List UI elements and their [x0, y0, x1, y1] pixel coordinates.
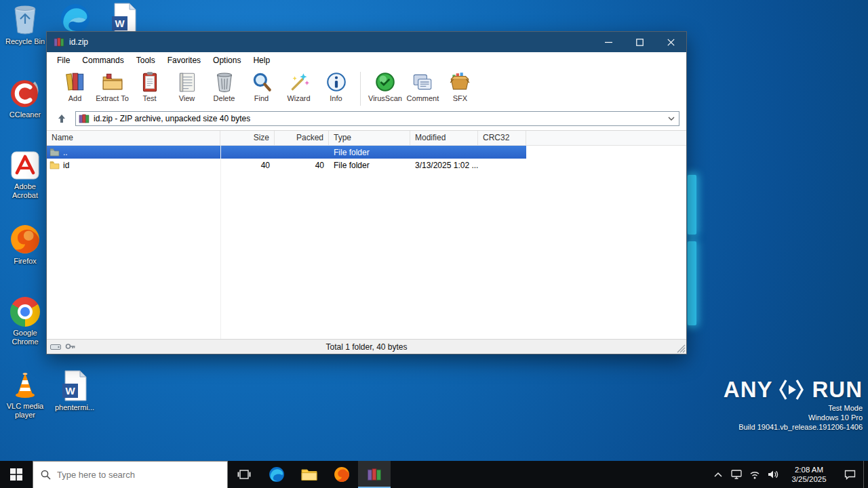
toolbar-find-button[interactable]: Find [243, 70, 280, 102]
tray-display-icon[interactable] [727, 461, 745, 488]
table-row-id-folder[interactable]: id 40 40 File folder 3/13/2025 1:02 ... [47, 159, 526, 171]
cell-type: File folder [329, 161, 410, 170]
desktop-icon-adobe-acrobat[interactable]: Adobe Acrobat [0, 150, 50, 200]
desktop-icon-word-document[interactable]: W [99, 3, 149, 34]
column-header-modified[interactable]: Modified [410, 131, 478, 145]
tray-show-hidden-icons-button[interactable] [709, 461, 727, 488]
toolbar-label: Wizard [287, 94, 310, 102]
toolbar-wizard-button[interactable]: Wizard [280, 70, 317, 102]
chevron-up-icon [714, 472, 722, 477]
svg-text:W: W [115, 18, 125, 29]
desktop-icon-firefox[interactable]: Firefox [0, 224, 50, 266]
search-input[interactable] [57, 470, 220, 480]
resize-grip[interactable] [677, 344, 686, 353]
window-title: id.zip [69, 37, 88, 47]
winrar-titlebar[interactable]: id.zip [47, 32, 686, 52]
column-header-type[interactable]: Type [329, 131, 410, 145]
desktop-icon-vlc[interactable]: VLC media player [0, 370, 50, 420]
taskbar-clock[interactable]: 2:08 AM 3/25/2025 [782, 465, 836, 485]
tray-volume-icon[interactable] [764, 461, 782, 488]
table-row-parent-folder[interactable]: .. File folder [47, 146, 526, 159]
toolbar-label: VirusScan [368, 94, 402, 102]
toolbar-test-button[interactable]: Test [131, 70, 168, 102]
column-header-packed[interactable]: Packed [275, 131, 329, 145]
address-text: id.zip - ZIP archive, unpacked size 40 b… [94, 114, 250, 123]
toolbar-delete-button[interactable]: Delete [205, 70, 243, 102]
desktop-icon-phentermi-doc[interactable]: W phentermi... [50, 370, 100, 412]
toolbar-label: SFX [453, 94, 467, 102]
cell-type: File folder [329, 148, 410, 157]
taskbar-file-explorer-button[interactable] [293, 461, 326, 488]
minimize-button[interactable] [593, 32, 624, 52]
menu-help[interactable]: Help [247, 54, 276, 67]
toolbar-label: Info [330, 94, 342, 102]
adobe-acrobat-icon [10, 150, 40, 180]
start-button[interactable] [0, 461, 33, 488]
show-desktop-button[interactable] [863, 461, 868, 488]
drive-icon[interactable] [50, 343, 61, 351]
menu-commands[interactable]: Commands [76, 54, 130, 67]
anyrun-watermark: ANY RUN Test Mode Windows 10 Pro Build 1… [724, 377, 863, 431]
column-header-name[interactable]: Name [47, 131, 220, 145]
tray-network-icon[interactable] [745, 461, 764, 488]
system-tray: 2:08 AM 3/25/2025 [709, 461, 868, 488]
up-arrow-icon [57, 114, 66, 123]
toolbar-separator [360, 72, 361, 106]
toolbar-add-button[interactable]: Add [56, 70, 94, 102]
windows-logo-icon [10, 468, 22, 481]
clock-date: 3/25/2025 [782, 474, 836, 484]
taskbar-edge-button[interactable] [260, 461, 293, 488]
minimize-icon [605, 39, 612, 46]
address-combo[interactable]: id.zip - ZIP archive, unpacked size 40 b… [75, 111, 679, 126]
desktop-icon-edge[interactable] [50, 3, 100, 34]
up-one-level-button[interactable] [52, 111, 71, 126]
toolbar-sfx-button[interactable]: SFX [441, 70, 479, 102]
desktop-icon-label: CCleaner [9, 110, 41, 119]
taskbar-firefox-button[interactable] [326, 461, 358, 488]
column-header-crc32[interactable]: CRC32 [478, 131, 526, 145]
desktop-icon-recycle-bin[interactable]: Recycle Bin [0, 4, 50, 46]
cell-packed: 40 [275, 161, 329, 170]
virusscan-icon [374, 70, 397, 94]
desktop-icon-label: Adobe Acrobat [1, 182, 49, 200]
menu-tools[interactable]: Tools [130, 54, 161, 67]
toolbar-view-button[interactable]: View [168, 70, 205, 102]
toolbar-extract-to-button[interactable]: Extract To [94, 70, 131, 102]
maximize-button[interactable] [624, 32, 655, 52]
vlc-icon [10, 370, 40, 400]
toolbar-label: Comment [407, 94, 439, 102]
desktop-icon-ccleaner[interactable]: CCleaner [0, 77, 50, 119]
view-icon [176, 70, 199, 94]
keys-icon[interactable] [65, 343, 76, 351]
winrar-app-icon [54, 37, 64, 47]
toolbar-comment-button[interactable]: Comment [404, 70, 441, 102]
toolbar-virusscan-button[interactable]: VirusScan [366, 70, 404, 102]
combo-dropdown-button[interactable] [668, 117, 676, 121]
toolbar-label: Test [142, 94, 156, 102]
column-header-filler [526, 131, 686, 145]
svg-text:W: W [65, 385, 75, 396]
file-name: .. [63, 148, 68, 157]
cell-size: 40 [220, 161, 275, 170]
taskbar: 2:08 AM 3/25/2025 [0, 461, 868, 488]
menu-favorites[interactable]: Favorites [161, 54, 207, 67]
toolbar-info-button[interactable]: Info [317, 70, 355, 102]
find-icon [250, 70, 273, 94]
taskbar-winrar-button[interactable] [358, 461, 391, 488]
action-center-button[interactable] [836, 461, 863, 488]
delete-icon [213, 70, 236, 94]
desktop-icon-google-chrome[interactable]: Google Chrome [0, 297, 50, 346]
desktop-icon-label: phentermi... [55, 403, 94, 412]
speaker-icon [768, 470, 778, 479]
task-view-button[interactable] [228, 461, 260, 488]
task-view-icon [237, 468, 251, 481]
column-header-size[interactable]: Size [220, 131, 275, 145]
taskbar-search[interactable] [33, 461, 228, 488]
menu-file[interactable]: File [51, 54, 76, 67]
ccleaner-icon [9, 77, 41, 108]
close-button[interactable] [655, 32, 686, 52]
menu-options[interactable]: Options [207, 54, 247, 67]
cell-name: id [47, 161, 220, 170]
desktop-icon-label: Google Chrome [1, 329, 49, 346]
test-icon [138, 70, 161, 94]
